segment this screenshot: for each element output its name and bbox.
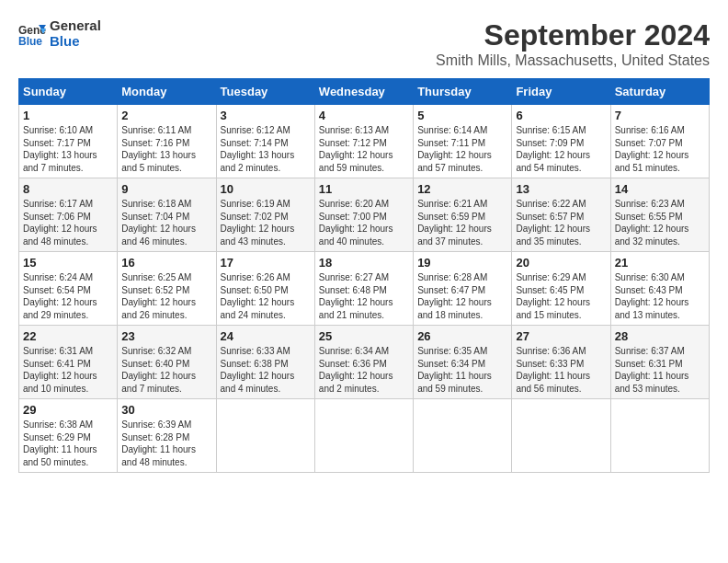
calendar-cell — [216, 399, 314, 473]
svg-text:Blue: Blue — [18, 35, 42, 47]
calendar-cell: 5Sunrise: 6:14 AMSunset: 7:11 PMDaylight… — [414, 105, 512, 178]
weekday-header-monday: Monday — [118, 79, 216, 105]
day-number: 12 — [417, 182, 507, 196]
calendar-cell: 9Sunrise: 6:18 AMSunset: 7:04 PMDaylight… — [118, 178, 216, 252]
day-number: 30 — [121, 403, 211, 417]
calendar-cell: 28Sunrise: 6:37 AMSunset: 6:31 PMDayligh… — [610, 326, 709, 399]
day-number: 9 — [121, 182, 211, 196]
day-info: Sunrise: 6:28 AMSunset: 6:47 PMDaylight:… — [417, 271, 507, 321]
day-number: 27 — [516, 329, 606, 343]
day-info: Sunrise: 6:31 AMSunset: 6:41 PMDaylight:… — [23, 345, 113, 395]
day-info: Sunrise: 6:25 AMSunset: 6:52 PMDaylight:… — [121, 271, 211, 321]
calendar-cell: 29Sunrise: 6:38 AMSunset: 6:29 PMDayligh… — [19, 399, 118, 473]
calendar-cell: 11Sunrise: 6:20 AMSunset: 7:00 PMDayligh… — [314, 178, 413, 252]
day-number: 4 — [319, 109, 409, 122]
day-number: 11 — [319, 182, 409, 196]
day-info: Sunrise: 6:29 AMSunset: 6:45 PMDaylight:… — [516, 271, 606, 321]
weekday-header-friday: Friday — [512, 79, 610, 105]
calendar-cell: 22Sunrise: 6:31 AMSunset: 6:41 PMDayligh… — [19, 326, 118, 399]
calendar-cell: 1Sunrise: 6:10 AMSunset: 7:17 PMDaylight… — [19, 105, 118, 178]
day-number: 20 — [516, 256, 606, 270]
calendar-cell: 21Sunrise: 6:30 AMSunset: 6:43 PMDayligh… — [610, 252, 709, 326]
day-number: 28 — [615, 329, 705, 343]
day-number: 5 — [417, 109, 507, 122]
calendar-cell — [414, 399, 512, 473]
day-info: Sunrise: 6:30 AMSunset: 6:43 PMDaylight:… — [615, 271, 705, 321]
week-row-4: 22Sunrise: 6:31 AMSunset: 6:41 PMDayligh… — [19, 326, 710, 399]
logo-text-line1: General — [50, 18, 101, 34]
calendar-cell: 25Sunrise: 6:34 AMSunset: 6:36 PMDayligh… — [314, 326, 413, 399]
day-number: 14 — [615, 182, 705, 196]
calendar-cell — [314, 399, 413, 473]
day-number: 16 — [121, 256, 211, 270]
calendar-cell: 17Sunrise: 6:26 AMSunset: 6:50 PMDayligh… — [216, 252, 314, 326]
day-info: Sunrise: 6:27 AMSunset: 6:48 PMDaylight:… — [319, 271, 409, 321]
logo: General Blue General Blue — [18, 18, 101, 49]
day-info: Sunrise: 6:13 AMSunset: 7:12 PMDaylight:… — [319, 124, 409, 174]
calendar-cell: 15Sunrise: 6:24 AMSunset: 6:54 PMDayligh… — [19, 252, 118, 326]
day-number: 7 — [615, 109, 705, 122]
weekday-header-thursday: Thursday — [414, 79, 512, 105]
day-number: 3 — [221, 109, 311, 122]
day-info: Sunrise: 6:35 AMSunset: 6:34 PMDaylight:… — [417, 345, 507, 395]
day-info: Sunrise: 6:24 AMSunset: 6:54 PMDaylight:… — [23, 271, 113, 321]
weekday-header-row: SundayMondayTuesdayWednesdayThursdayFrid… — [19, 79, 710, 105]
weekday-header-tuesday: Tuesday — [216, 79, 314, 105]
day-info: Sunrise: 6:10 AMSunset: 7:17 PMDaylight:… — [23, 124, 113, 174]
calendar-cell: 26Sunrise: 6:35 AMSunset: 6:34 PMDayligh… — [414, 326, 512, 399]
weekday-header-wednesday: Wednesday — [314, 79, 413, 105]
day-info: Sunrise: 6:39 AMSunset: 6:28 PMDaylight:… — [121, 419, 211, 468]
day-number: 17 — [221, 256, 311, 270]
calendar-table: SundayMondayTuesdayWednesdayThursdayFrid… — [18, 78, 710, 473]
title-area: September 2024 Smith Mills, Massachusett… — [436, 18, 710, 69]
week-row-3: 15Sunrise: 6:24 AMSunset: 6:54 PMDayligh… — [19, 252, 710, 326]
calendar-cell: 7Sunrise: 6:16 AMSunset: 7:07 PMDaylight… — [610, 105, 709, 178]
day-info: Sunrise: 6:37 AMSunset: 6:31 PMDaylight:… — [615, 345, 705, 395]
logo-icon: General Blue — [18, 21, 46, 47]
day-info: Sunrise: 6:21 AMSunset: 6:59 PMDaylight:… — [417, 198, 507, 247]
day-info: Sunrise: 6:11 AMSunset: 7:16 PMDaylight:… — [121, 124, 211, 174]
day-info: Sunrise: 6:12 AMSunset: 7:14 PMDaylight:… — [221, 124, 311, 174]
calendar-cell: 12Sunrise: 6:21 AMSunset: 6:59 PMDayligh… — [414, 178, 512, 252]
day-number: 23 — [121, 329, 211, 343]
weekday-header-saturday: Saturday — [610, 79, 709, 105]
calendar-cell: 19Sunrise: 6:28 AMSunset: 6:47 PMDayligh… — [414, 252, 512, 326]
weekday-header-sunday: Sunday — [19, 79, 118, 105]
day-info: Sunrise: 6:38 AMSunset: 6:29 PMDaylight:… — [23, 419, 113, 468]
calendar-cell: 2Sunrise: 6:11 AMSunset: 7:16 PMDaylight… — [118, 105, 216, 178]
day-number: 15 — [23, 256, 113, 270]
calendar-cell: 3Sunrise: 6:12 AMSunset: 7:14 PMDaylight… — [216, 105, 314, 178]
calendar-cell: 13Sunrise: 6:22 AMSunset: 6:57 PMDayligh… — [512, 178, 610, 252]
day-number: 8 — [23, 182, 113, 196]
calendar-cell: 8Sunrise: 6:17 AMSunset: 7:06 PMDaylight… — [19, 178, 118, 252]
day-info: Sunrise: 6:15 AMSunset: 7:09 PMDaylight:… — [516, 124, 606, 174]
day-info: Sunrise: 6:14 AMSunset: 7:11 PMDaylight:… — [417, 124, 507, 174]
calendar-cell: 6Sunrise: 6:15 AMSunset: 7:09 PMDaylight… — [512, 105, 610, 178]
day-number: 19 — [417, 256, 507, 270]
day-info: Sunrise: 6:19 AMSunset: 7:02 PMDaylight:… — [221, 198, 311, 247]
calendar-cell: 20Sunrise: 6:29 AMSunset: 6:45 PMDayligh… — [512, 252, 610, 326]
day-number: 26 — [417, 329, 507, 343]
calendar-cell — [610, 399, 709, 473]
day-info: Sunrise: 6:16 AMSunset: 7:07 PMDaylight:… — [615, 124, 705, 174]
day-info: Sunrise: 6:23 AMSunset: 6:55 PMDaylight:… — [615, 198, 705, 247]
day-info: Sunrise: 6:20 AMSunset: 7:00 PMDaylight:… — [319, 198, 409, 247]
day-info: Sunrise: 6:34 AMSunset: 6:36 PMDaylight:… — [319, 345, 409, 395]
calendar-cell: 23Sunrise: 6:32 AMSunset: 6:40 PMDayligh… — [118, 326, 216, 399]
day-info: Sunrise: 6:33 AMSunset: 6:38 PMDaylight:… — [221, 345, 311, 395]
calendar-cell: 4Sunrise: 6:13 AMSunset: 7:12 PMDaylight… — [314, 105, 413, 178]
calendar-cell: 30Sunrise: 6:39 AMSunset: 6:28 PMDayligh… — [118, 399, 216, 473]
day-number: 10 — [221, 182, 311, 196]
day-info: Sunrise: 6:32 AMSunset: 6:40 PMDaylight:… — [121, 345, 211, 395]
day-info: Sunrise: 6:17 AMSunset: 7:06 PMDaylight:… — [23, 198, 113, 247]
day-number: 21 — [615, 256, 705, 270]
day-number: 1 — [23, 109, 113, 122]
day-number: 18 — [319, 256, 409, 270]
day-number: 25 — [319, 329, 409, 343]
day-info: Sunrise: 6:26 AMSunset: 6:50 PMDaylight:… — [221, 271, 311, 321]
month-title: September 2024 — [436, 18, 710, 52]
week-row-2: 8Sunrise: 6:17 AMSunset: 7:06 PMDaylight… — [19, 178, 710, 252]
day-number: 24 — [221, 329, 311, 343]
calendar-cell: 27Sunrise: 6:36 AMSunset: 6:33 PMDayligh… — [512, 326, 610, 399]
day-info: Sunrise: 6:22 AMSunset: 6:57 PMDaylight:… — [516, 198, 606, 247]
